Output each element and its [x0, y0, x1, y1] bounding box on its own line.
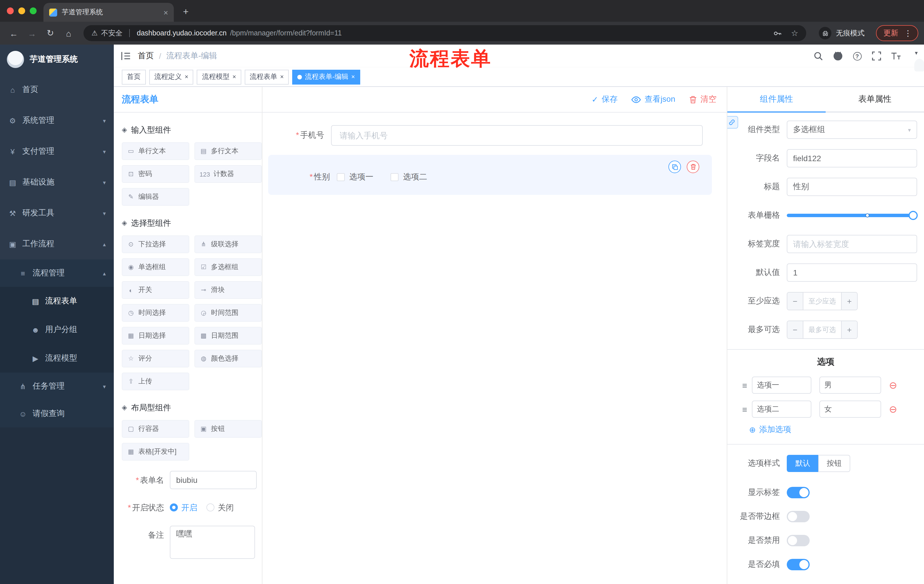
disabled-toggle[interactable] [787, 535, 810, 546]
fullscreen-icon[interactable] [867, 44, 886, 67]
field-name-input[interactable] [787, 149, 917, 168]
sidebar-item-process-model[interactable]: ▶流程模型 [0, 344, 114, 373]
component-upload[interactable]: ⇪上传 [122, 373, 189, 390]
sidebar-item-process-mgmt[interactable]: ≡流程管理▴ [0, 260, 114, 287]
component-table[interactable]: ▦表格[开发中] [122, 443, 189, 461]
component-checkbox-group[interactable]: ☑多选框组 [195, 258, 262, 276]
help-icon[interactable]: ? [847, 44, 867, 67]
sidebar-item-leave-query[interactable]: ☺请假查询 [0, 400, 114, 428]
reload-button[interactable]: ↻ [42, 25, 58, 41]
max-select-value[interactable]: 最多可选 [804, 321, 841, 338]
sidebar-item-system[interactable]: ⚙系统管理▾ [0, 105, 114, 136]
gender-option-2-checkbox[interactable]: 选项二 [391, 172, 427, 182]
option-value-input[interactable] [819, 401, 881, 418]
tag-process-form-edit[interactable]: 流程表单-编辑× [292, 69, 360, 84]
home-button[interactable]: ⌂ [61, 25, 77, 41]
browser-tab[interactable]: 芋道管理系统 × [43, 3, 174, 22]
form-remark-textarea[interactable]: 嘿嘿 [170, 526, 255, 559]
browser-update-button[interactable]: 更新 ⋮ [876, 25, 918, 41]
tag-process-model[interactable]: 流程模型× [197, 69, 241, 84]
mac-zoom-button[interactable] [30, 7, 36, 14]
tag-process-form[interactable]: 流程表单× [245, 69, 289, 84]
component-color-picker[interactable]: ◍颜色选择 [195, 350, 262, 367]
slider-handle[interactable] [909, 211, 918, 220]
delete-field-button[interactable] [687, 161, 699, 173]
back-button[interactable]: ← [6, 25, 22, 41]
drag-handle-icon[interactable]: ≡ [742, 404, 747, 414]
save-button[interactable]: ✓保存 [592, 94, 617, 105]
component-time-range[interactable]: ◶时间范围 [195, 304, 262, 322]
min-select-value[interactable]: 至少应选 [804, 293, 841, 310]
field-phone[interactable]: *手机号 [268, 125, 719, 146]
tag-close-icon[interactable]: × [280, 74, 284, 80]
status-off-radio[interactable]: 关闭 [206, 498, 234, 517]
increase-button[interactable]: + [841, 321, 857, 338]
style-button-button[interactable]: 按钮 [818, 455, 850, 472]
sidebar-item-payment[interactable]: ¥支付管理▾ [0, 136, 114, 167]
tag-process-definition[interactable]: 流程定义× [149, 69, 193, 84]
gender-option-1-checkbox[interactable]: 选项一 [337, 172, 373, 182]
style-default-button[interactable]: 默认 [787, 455, 818, 472]
component-switch[interactable]: ◐开关 [122, 281, 189, 299]
sidebar-item-user-group[interactable]: ☻用户分组 [0, 316, 114, 344]
component-single-line-text[interactable]: ▭单行文本 [122, 142, 189, 160]
component-date-range[interactable]: ▩日期范围 [195, 327, 262, 345]
github-icon[interactable] [828, 44, 847, 67]
status-on-radio[interactable]: 开启 [170, 498, 197, 517]
sidebar-fold-icon[interactable] [114, 44, 138, 67]
tag-close-icon[interactable]: × [351, 74, 355, 80]
security-label[interactable]: 不安全 [101, 28, 123, 38]
tag-home[interactable]: 首页 [122, 69, 146, 84]
copy-field-button[interactable] [668, 161, 681, 173]
drag-handle-icon[interactable]: ≡ [742, 380, 747, 390]
sidebar-item-task-mgmt[interactable]: ⋔任务管理▾ [0, 373, 114, 400]
phone-input[interactable] [331, 125, 703, 146]
component-counter[interactable]: 123计数器 [195, 165, 262, 183]
component-type-select[interactable]: 多选框组▾ [787, 120, 917, 139]
decrease-button[interactable]: − [787, 293, 804, 310]
component-date-picker[interactable]: ▦日期选择 [122, 327, 189, 345]
mac-close-button[interactable] [7, 7, 14, 14]
sidebar-item-home[interactable]: ⌂首页 [0, 74, 114, 105]
sidebar-item-workflow[interactable]: ▣工作流程▴ [0, 229, 114, 260]
component-button[interactable]: ▣按钮 [195, 420, 262, 438]
increase-button[interactable]: + [841, 293, 857, 310]
bookmark-star-icon[interactable]: ☆ [791, 29, 798, 38]
new-tab-button[interactable]: + [178, 5, 193, 20]
component-multi-line-text[interactable]: ▤多行文本 [195, 142, 262, 160]
forward-button[interactable]: → [24, 25, 40, 41]
address-bar[interactable]: ⚠ 不安全 dashboard.yudao.iocoder.cn/bpm/man… [84, 25, 806, 41]
component-select[interactable]: ⊙下拉选择 [122, 235, 189, 253]
search-icon[interactable] [808, 44, 828, 67]
border-toggle[interactable] [787, 511, 810, 522]
option-label-input[interactable] [752, 401, 811, 418]
tag-close-icon[interactable]: × [185, 74, 188, 80]
add-option-button[interactable]: ⊕ 添加选项 [749, 424, 917, 435]
font-size-icon[interactable] [886, 44, 906, 67]
component-slider[interactable]: ⊸滑块 [195, 281, 262, 299]
option-value-input[interactable] [819, 377, 881, 394]
component-rate[interactable]: ☆评分 [122, 350, 189, 367]
show-label-toggle[interactable] [787, 487, 810, 498]
mac-minimize-button[interactable] [18, 7, 25, 14]
tab-form-props[interactable]: 表单属性 [826, 87, 924, 112]
component-password[interactable]: ⊡密码 [122, 165, 189, 183]
component-time-picker[interactable]: ◷时间选择 [122, 304, 189, 322]
field-bind-link-button[interactable] [727, 116, 738, 128]
label-width-input[interactable] [787, 235, 917, 253]
tab-component-props[interactable]: 组件属性 [727, 87, 826, 112]
password-key-icon[interactable] [773, 29, 782, 38]
field-gender-selected[interactable]: *性别 选项一 选项二 [268, 155, 712, 195]
remove-option-icon[interactable]: ⊖ [889, 380, 898, 390]
view-json-button[interactable]: 查看json [632, 94, 675, 105]
sidebar-item-process-form[interactable]: ▤流程表单 [0, 287, 114, 316]
tag-close-icon[interactable]: × [233, 74, 236, 80]
component-row-container[interactable]: ▢行容器 [122, 420, 189, 438]
component-editor[interactable]: ✎编辑器 [122, 188, 189, 206]
sidebar-item-infra[interactable]: ▤基础设施▾ [0, 167, 114, 198]
clear-button[interactable]: 清空 [689, 94, 716, 105]
browser-menu-icon[interactable]: ⋮ [904, 29, 912, 38]
form-name-input[interactable] [170, 471, 257, 489]
title-input[interactable] [787, 178, 917, 196]
tab-close-icon[interactable]: × [163, 8, 168, 16]
